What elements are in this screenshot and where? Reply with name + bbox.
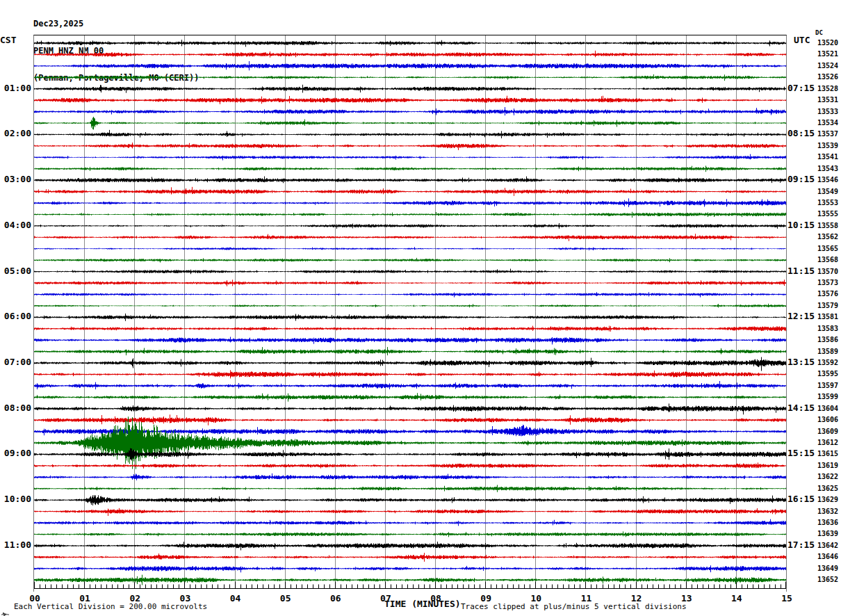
channel-number: 13524: [817, 62, 838, 70]
channel-number: 13576: [817, 290, 838, 298]
cst-hour-label: 01:00: [0, 83, 31, 93]
cst-hour-label: 09:00: [0, 448, 31, 458]
channel-number: 13573: [817, 279, 838, 286]
utc-hour-label: 07:15: [787, 83, 815, 93]
channel-number: 13652: [817, 576, 838, 583]
clip-note: Traces clipped at plus/minus 5 vertical …: [461, 602, 687, 611]
channel-number: 13533: [817, 108, 838, 115]
channel-number: 13549: [817, 188, 838, 195]
channel-number: 13570: [817, 268, 838, 275]
channel-number: 13526: [817, 73, 838, 81]
utc-hour-label: 17:15: [787, 540, 815, 550]
channel-number: 13521: [817, 50, 838, 58]
cst-hour-label: 06:00: [0, 311, 31, 321]
channel-number: 13615: [817, 450, 838, 457]
minute-tick-label: 04: [230, 593, 241, 603]
helicorder-plot: [33, 35, 787, 592]
channel-number: 13589: [817, 348, 838, 355]
channel-number: 13543: [817, 165, 838, 172]
channel-number: 13528: [817, 85, 838, 92]
channel-number: 13595: [817, 370, 838, 378]
channel-number: 13636: [817, 519, 838, 526]
utc-hour-label: 16:15: [787, 494, 815, 504]
channel-number: 13534: [817, 119, 838, 127]
channel-number: 13555: [817, 210, 838, 218]
channel-number: 13639: [817, 530, 838, 537]
channel-number: 13622: [817, 473, 838, 480]
cst-hour-label: 10:00: [0, 494, 31, 504]
cst-hour-label: 11:00: [0, 540, 31, 550]
channel-number: 13537: [817, 130, 838, 138]
channel-number: 13583: [817, 325, 838, 332]
x-axis-label: TIME (MINUTES): [384, 599, 461, 609]
cst-axis-header: CST: [0, 35, 16, 45]
seismogram-traces-canvas: [34, 35, 786, 592]
utc-hour-label: 11:15: [787, 266, 815, 276]
utc-hour-label: 08:15: [787, 128, 815, 138]
channel-number: 13632: [817, 508, 838, 515]
minute-tick-label: 06: [330, 593, 341, 603]
channel-number: 13586: [817, 336, 838, 343]
minute-tick-label: 15: [781, 593, 792, 603]
channel-number: 13546: [817, 176, 838, 184]
channel-number: 13558: [817, 222, 838, 229]
cst-hour-label: 04:00: [0, 220, 31, 230]
cst-hour-label: 07:00: [0, 357, 31, 367]
channel-number: 13612: [817, 439, 838, 446]
channel-number: 13606: [817, 416, 838, 423]
utc-hour-label: 09:15: [787, 174, 815, 184]
channel-number: 13625: [817, 485, 838, 492]
dc-label: DC: [815, 29, 823, 36]
channel-number: 13581: [817, 313, 838, 321]
utc-hour-label: 15:15: [787, 448, 815, 458]
channel-number: 13629: [817, 496, 838, 503]
channel-number: 13568: [817, 256, 838, 264]
minute-tick-label: 05: [280, 593, 291, 603]
channel-number: 13646: [817, 553, 838, 560]
channel-number: 13599: [817, 393, 838, 400]
channel-number: 13565: [817, 245, 838, 252]
utc-hour-label: 10:15: [787, 220, 815, 230]
utc-hour-label: 12:15: [787, 311, 815, 321]
channel-number: 13592: [817, 359, 838, 366]
utc-axis-header: UTC: [794, 35, 810, 45]
minute-tick-label: 14: [731, 593, 742, 603]
channel-number: 13609: [817, 428, 838, 435]
channel-number: 13562: [817, 233, 838, 241]
cst-hour-label: 08:00: [0, 403, 31, 413]
cst-hour-label: 02:00: [0, 128, 31, 138]
channel-number: 13604: [817, 405, 838, 412]
channel-number: 13531: [817, 96, 838, 104]
channel-number: 13520: [817, 39, 838, 47]
channel-number: 13619: [817, 462, 838, 469]
helicorder-page: Dec23,2025 PENM HNZ NM 00 (Penman, Porta…: [0, 0, 841, 616]
utc-hour-label: 14:15: [787, 403, 815, 413]
vertical-division-scale-note: Each Vertical Division = 200.00 microvol…: [14, 602, 207, 611]
utc-hour-label: 13:15: [787, 357, 815, 367]
channel-number: 13541: [817, 153, 838, 161]
title-date: Dec23,2025: [33, 19, 199, 29]
corner-squiggle-icon: [1, 606, 10, 616]
cst-hour-label: 03:00: [0, 174, 31, 184]
channel-number: 13597: [817, 382, 838, 389]
cst-hour-label: 05:00: [0, 266, 31, 276]
channel-number: 13649: [817, 565, 838, 572]
channel-number: 13553: [817, 199, 838, 206]
channel-number: 13642: [817, 542, 838, 549]
channel-number: 13579: [817, 302, 838, 309]
channel-number: 13539: [817, 142, 838, 149]
